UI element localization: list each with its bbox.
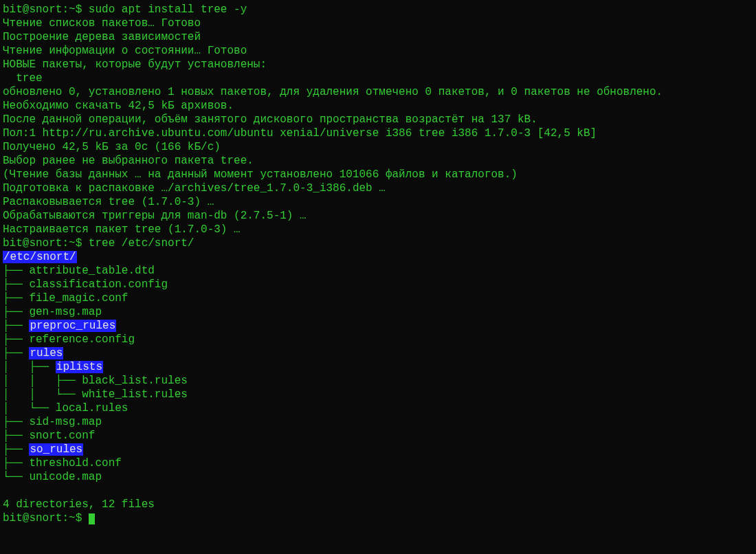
tree-file: white_list.rules <box>82 388 188 401</box>
output-line: Настраивается пакет tree (1.7.0-3) … <box>3 223 753 236</box>
prompt-line: bit@snort:~$ tree /etc/snort/ <box>3 236 753 250</box>
tree-line: │ └── local.rules <box>3 401 753 415</box>
tree-branch: ├── <box>3 333 29 346</box>
tree-summary: 4 directories, 12 files <box>3 498 753 511</box>
prompt-host: bit@snort <box>3 512 62 524</box>
prompt-sep: :~$ <box>62 3 88 16</box>
prompt-sep: :~$ <box>62 237 88 250</box>
tree-branch: ├── <box>3 320 29 332</box>
tree-file: unicode.map <box>29 471 102 483</box>
output-line: После данной операции, объём занятого ди… <box>3 113 753 126</box>
output-line: Получено 42,5 kБ за 0с (166 kБ/c) <box>3 140 753 154</box>
output-line: tree <box>3 71 753 85</box>
tree-line: ├── attribute_table.dtd <box>3 264 753 278</box>
output-line: (Чтение базы данных … на данный момент у… <box>3 168 753 181</box>
output-line: Чтение списков пакетов… Готово <box>3 16 753 30</box>
terminal[interactable]: bit@snort:~$ sudo apt install tree -y Чт… <box>3 3 753 525</box>
tree-line: │ │ ├── black_list.rules <box>3 374 753 388</box>
tree-branch: └── <box>3 471 29 483</box>
prompt-host: bit@snort <box>3 237 62 250</box>
tree-branch: ├── <box>3 292 29 304</box>
tree-dir: so_rules <box>29 443 83 456</box>
tree-file: black_list.rules <box>82 375 188 387</box>
blank-line <box>3 484 753 498</box>
tree-root: /etc/snort/ <box>3 250 753 264</box>
output-line: Необходимо скачать 42,5 kБ архивов. <box>3 99 753 113</box>
tree-branch: │ ├── <box>3 361 56 373</box>
tree-line: ├── threshold.conf <box>3 456 753 470</box>
prompt-sep: :~$ <box>62 512 88 524</box>
tree-dir: rules <box>29 347 63 359</box>
output-line: Подготовка к распаковке …/archives/tree_… <box>3 181 753 195</box>
tree-line: ├── classification.config <box>3 278 753 291</box>
tree-branch: │ └── <box>3 402 56 414</box>
tree-file: threshold.conf <box>29 457 121 469</box>
tree-branch: ├── <box>3 265 29 277</box>
tree-line: │ │ └── white_list.rules <box>3 388 753 401</box>
tree-branch: │ │ ├── <box>3 375 82 387</box>
tree-file: gen-msg.map <box>29 306 102 318</box>
output-line: обновлено 0, установлено 1 новых пакетов… <box>3 85 753 99</box>
tree-branch: ├── <box>3 416 29 428</box>
output-line: Построение дерева зависимостей <box>3 30 753 44</box>
tree-file: file_magic.conf <box>29 292 128 304</box>
tree-branch: ├── <box>3 457 29 469</box>
tree-line: └── unicode.map <box>3 470 753 484</box>
prompt-line: bit@snort:~$ <box>3 511 753 525</box>
tree-line: ├── snort.conf <box>3 429 753 443</box>
tree-dir: iplists <box>56 361 103 373</box>
tree-file: attribute_table.dtd <box>29 265 154 277</box>
tree-line: ├── reference.config <box>3 333 753 346</box>
tree-file: reference.config <box>29 333 135 346</box>
tree-branch: ├── <box>3 306 29 318</box>
output-line: Чтение информации о состоянии… Готово <box>3 44 753 58</box>
tree-line: ├── so_rules <box>3 443 753 456</box>
tree-file: snort.conf <box>29 430 95 442</box>
tree-line: ├── sid-msg.map <box>3 415 753 429</box>
tree-branch: │ │ └── <box>3 388 82 401</box>
tree-branch: ├── <box>3 278 29 291</box>
command-2: tree /etc/snort/ <box>89 237 194 250</box>
tree-file: sid-msg.map <box>29 416 102 428</box>
tree-dir: preproc_rules <box>29 320 116 332</box>
tree-line: ├── rules <box>3 346 753 360</box>
command-1: sudo apt install tree -y <box>89 3 247 16</box>
tree-line: ├── preproc_rules <box>3 319 753 333</box>
output-line: НОВЫЕ пакеты, которые будут установлены: <box>3 58 753 71</box>
output-line: Пол:1 http://ru.archive.ubuntu.com/ubunt… <box>3 126 753 140</box>
prompt-line: bit@snort:~$ sudo apt install tree -y <box>3 3 753 16</box>
tree-branch: ├── <box>3 443 29 456</box>
cursor <box>89 513 95 524</box>
prompt-host: bit@snort <box>3 3 62 16</box>
output-line: Распаковывается tree (1.7.0-3) … <box>3 195 753 209</box>
tree-branch: ├── <box>3 430 29 442</box>
tree-file: local.rules <box>56 402 129 414</box>
output-line: Обрабатываются триггеры для man-db (2.7.… <box>3 209 753 223</box>
tree-line: │ ├── iplists <box>3 360 753 374</box>
tree-branch: ├── <box>3 347 29 359</box>
output-line: Выбор ранее не выбранного пакета tree. <box>3 154 753 168</box>
dir-root: /etc/snort/ <box>3 251 77 263</box>
tree-line: ├── gen-msg.map <box>3 305 753 319</box>
tree-line: ├── file_magic.conf <box>3 291 753 305</box>
tree-file: classification.config <box>29 278 168 291</box>
